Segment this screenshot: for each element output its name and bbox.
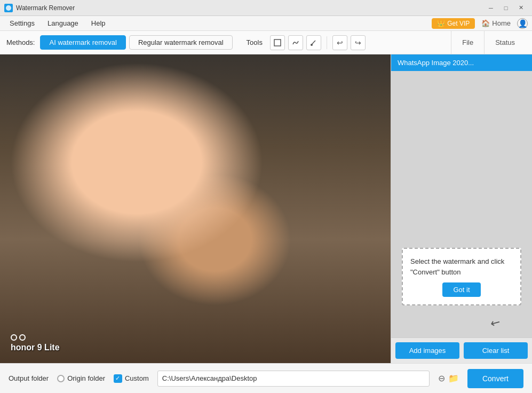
convert-button[interactable]: Convert: [467, 369, 523, 388]
menu-language[interactable]: Language: [42, 18, 84, 29]
crown-icon: 👑: [437, 20, 445, 27]
methods-label: Methods:: [6, 38, 35, 46]
app-icon: [4, 4, 13, 12]
app-title: Watermark Remover: [16, 4, 75, 12]
main-image: [0, 54, 391, 363]
toolbar: Methods: AI watermark removal Regular wa…: [0, 31, 532, 54]
custom-folder-checkbox[interactable]: ✓: [114, 374, 122, 383]
clear-path-icon[interactable]: ⊖: [438, 373, 445, 383]
custom-folder-label: Custom: [125, 374, 149, 382]
menu-settings[interactable]: Settings: [4, 18, 40, 29]
ai-watermark-removal-button[interactable]: AI watermark removal: [40, 35, 125, 50]
title-bar: Watermark Remover ─ □ ✕: [0, 0, 532, 16]
custom-folder-option[interactable]: ✓ Custom: [114, 374, 149, 383]
right-panel: WhatsApp Image 2020... Select the waterm…: [391, 54, 532, 363]
get-vip-button[interactable]: 👑 Get VIP: [432, 18, 475, 29]
main-content: honor 9 Lite WhatsApp Image 2020... Sele…: [0, 54, 532, 363]
home-icon: 🏠: [481, 19, 490, 27]
minimize-button[interactable]: ─: [484, 3, 498, 13]
honor-circles: [11, 334, 60, 341]
file-name-header: WhatsApp Image 2020...: [391, 54, 532, 71]
svg-point-2: [311, 44, 313, 46]
origin-folder-radio[interactable]: [57, 375, 65, 382]
browse-folder-icon[interactable]: 📁: [448, 373, 459, 383]
path-action-icons: ⊖ 📁: [438, 373, 459, 383]
menu-right-area: 👑 Get VIP 🏠 Home 👤: [432, 18, 528, 29]
bottom-bar: Output folder Origin folder ✓ Custom ⊖ 📁…: [0, 363, 532, 393]
tooltip-text: Select the watermark and click "Convert"…: [410, 257, 504, 276]
image-area[interactable]: honor 9 Lite: [0, 54, 391, 363]
add-images-button[interactable]: Add images: [395, 342, 459, 359]
output-path-input[interactable]: [157, 371, 430, 387]
regular-watermark-removal-button[interactable]: Regular watermark removal: [129, 35, 233, 50]
toolbar-right: File Status: [451, 31, 526, 54]
panel-bottom-buttons: Add images Clear list: [391, 337, 532, 363]
status-label: Status: [484, 31, 526, 54]
clear-list-button[interactable]: Clear list: [464, 342, 528, 359]
close-button[interactable]: ✕: [514, 3, 528, 13]
menu-help[interactable]: Help: [86, 18, 111, 29]
rectangle-tool-button[interactable]: [270, 35, 285, 50]
cursor-arrow-icon: ↙: [488, 314, 503, 331]
folder-radio-group: Origin folder ✓ Custom: [57, 374, 149, 383]
freehand-tool-button[interactable]: [288, 35, 303, 50]
undo-button[interactable]: ↩: [332, 35, 347, 50]
tools-label: Tools: [247, 38, 263, 46]
panel-content: Select the watermark and click "Convert"…: [391, 71, 532, 337]
tooltip-box: Select the watermark and click "Convert"…: [402, 248, 521, 305]
output-folder-label: Output folder: [9, 374, 49, 382]
svg-point-0: [6, 5, 11, 11]
got-it-button[interactable]: Got it: [442, 282, 480, 297]
window-controls: ─ □ ✕: [484, 3, 528, 13]
honor-text: honor 9 Lite: [11, 343, 60, 352]
origin-folder-option[interactable]: Origin folder: [57, 374, 105, 382]
home-link[interactable]: 🏠 Home: [481, 19, 511, 27]
honor-watermark: honor 9 Lite: [11, 334, 60, 352]
brush-tool-button[interactable]: [306, 35, 321, 50]
redo-button[interactable]: ↪: [351, 35, 366, 50]
svg-rect-1: [274, 40, 281, 46]
honor-circle-2: [19, 334, 26, 341]
honor-circle-1: [11, 334, 17, 341]
origin-folder-label: Origin folder: [67, 374, 105, 382]
menu-bar: Settings Language Help 👑 Get VIP 🏠 Home …: [0, 16, 532, 31]
file-label: File: [451, 31, 484, 54]
account-icon[interactable]: 👤: [517, 18, 528, 29]
toolbar-separator: [327, 36, 327, 49]
maximize-button[interactable]: □: [499, 3, 513, 13]
